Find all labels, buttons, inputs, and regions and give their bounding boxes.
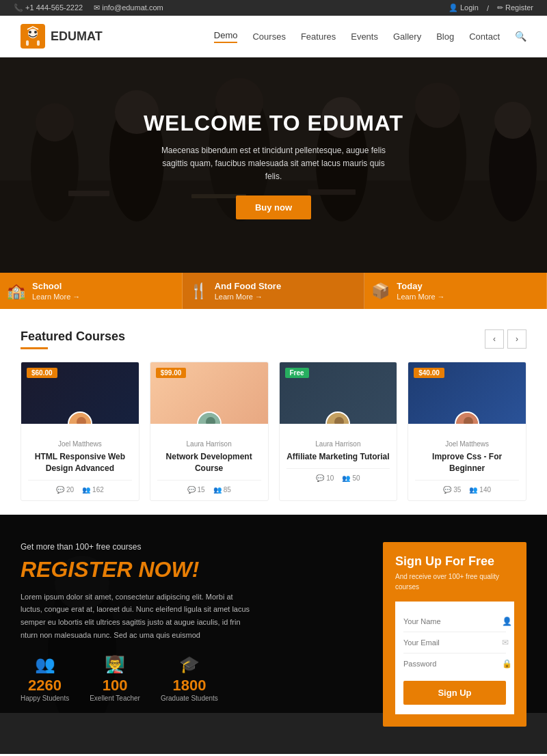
name-field[interactable]: 👤	[403, 611, 506, 632]
svg-rect-4	[26, 40, 29, 46]
course-image-2: $99.00	[150, 362, 268, 424]
signup-button[interactable]: Sign Up	[403, 681, 506, 705]
hero-title: WELCOME TO EDUMAT	[144, 111, 403, 136]
category-school[interactable]: 🏫 School Learn More →	[0, 273, 183, 309]
svg-point-8	[31, 112, 79, 221]
next-arrow[interactable]: ›	[507, 329, 526, 349]
email-field[interactable]: ✉	[403, 632, 506, 653]
phone-number: 📞 +1 444-565-2222	[14, 3, 83, 12]
cat-food-title: And Food Store	[215, 281, 282, 291]
course-image-1: $60.00	[21, 362, 139, 424]
course-card-3[interactable]: Free Laura Harrison Affiliate Marketing …	[279, 362, 398, 501]
course-body-2: Laura Harrison Network Development Cours…	[150, 424, 268, 500]
user-field-icon: 👤	[502, 617, 512, 626]
cat-food-link[interactable]: Learn More →	[215, 293, 282, 301]
section-header: Featured Courses ‹ ›	[21, 329, 526, 349]
course-comments-3: 💬 10	[316, 474, 334, 482]
svg-rect-20	[68, 191, 109, 196]
search-icon[interactable]: 🔍	[515, 31, 526, 42]
course-author-1: Joel Matthews	[28, 440, 132, 448]
svg-rect-5	[37, 40, 40, 46]
course-meta-2: 💬 15 👥 85	[157, 480, 261, 494]
food-icon: 🍴	[189, 282, 208, 300]
email-input[interactable]	[403, 638, 498, 647]
password-field[interactable]: 🔒	[403, 653, 506, 674]
topbar-right: 👤 Login / ✏ Register	[449, 3, 533, 12]
cat-today-link[interactable]: Learn More →	[397, 293, 444, 301]
category-food[interactable]: 🍴 And Food Store Learn More →	[183, 273, 365, 309]
stat-teachers-label: Exellent Teacher	[90, 694, 140, 702]
stat-graduates-number: 1800	[161, 677, 218, 694]
graduates-icon: 🎓	[161, 655, 218, 674]
course-name-4: Improve Css - For Beginner	[415, 451, 519, 474]
course-name-1: HTML Responsive Web Design Advanced	[28, 451, 132, 474]
logo[interactable]: EDUMAT	[21, 24, 103, 49]
stat-students-number: 2260	[21, 677, 69, 694]
topbar-left: 📞 +1 444-565-2222 ✉ info@edumat.com	[14, 3, 163, 12]
course-meta-4: 💬 35 👥 140	[415, 480, 519, 494]
title-underline	[21, 347, 48, 349]
cat-school-link[interactable]: Learn More →	[32, 293, 80, 301]
buy-now-button[interactable]: Buy now	[236, 195, 311, 219]
course-card-2[interactable]: $99.00 Laura Harrison Network Developmen…	[150, 362, 269, 501]
svg-point-2	[29, 31, 31, 33]
students-icon: 👥	[21, 655, 69, 674]
svg-point-3	[34, 31, 37, 33]
course-author-3: Laura Harrison	[286, 440, 390, 448]
register-stats: 👥 2260 Happy Students 👨‍🏫 100 Exellent T…	[21, 655, 362, 702]
stat-students-label: Happy Students	[21, 694, 69, 702]
logo-icon	[21, 24, 45, 49]
course-body-1: Joel Matthews HTML Responsive Web Design…	[21, 424, 139, 500]
navbar: EDUMAT Demo Courses Features Events Gall…	[0, 16, 547, 57]
course-comments-2: 💬 15	[187, 486, 205, 494]
course-students-4: 👥 140	[469, 486, 491, 494]
signup-panel: Sign Up For Free And receive over 100+ f…	[383, 542, 526, 727]
course-card-1[interactable]: $60.00 Joel Matthews HTML Responsive Web…	[21, 362, 139, 501]
hero-content: WELCOME TO EDUMAT Maecenas bibendum est …	[144, 111, 403, 220]
course-badge-4: $40.00	[414, 368, 444, 378]
course-name-3: Affiliate Marketing Tutorial	[286, 451, 390, 463]
course-meta-1: 💬 20 👥 162	[28, 480, 132, 494]
svg-point-17	[415, 83, 460, 128]
hero-section: WELCOME TO EDUMAT Maecenas bibendum est …	[0, 57, 547, 273]
email-address: ✉ info@edumat.com	[94, 3, 163, 12]
login-link[interactable]: 👤 Login	[449, 3, 479, 12]
course-comments-4: 💬 35	[443, 486, 461, 494]
password-input[interactable]	[403, 660, 498, 668]
name-input[interactable]	[403, 617, 498, 625]
nav-link-contact[interactable]: Contact	[469, 31, 500, 42]
cat-today-title: Today	[397, 281, 444, 291]
nav-link-features[interactable]: Features	[301, 31, 336, 42]
course-badge-2: $99.00	[156, 368, 187, 378]
nav-links: Demo Courses Features Events Gallery Blo…	[214, 30, 526, 43]
category-bar: 🏫 School Learn More → 🍴 And Food Store L…	[0, 273, 547, 309]
nav-link-events[interactable]: Events	[351, 31, 378, 42]
prev-arrow[interactable]: ‹	[485, 329, 504, 349]
register-description: Lorem ipsum dolor sit amet, consectetur …	[21, 591, 253, 642]
svg-point-19	[494, 102, 531, 139]
hero-subtitle: Maecenas bibendum est et tincidunt pelle…	[157, 144, 390, 184]
nav-link-demo[interactable]: Demo	[214, 30, 238, 43]
stat-teachers-number: 100	[90, 677, 140, 694]
nav-link-blog[interactable]: Blog	[436, 31, 454, 42]
register-link[interactable]: ✏ Register	[497, 3, 533, 12]
category-today[interactable]: 📦 Today Learn More →	[364, 273, 547, 309]
course-image-4: $40.00	[408, 362, 526, 424]
signup-title: Sign Up For Free	[395, 554, 514, 569]
register-tag: Get more than 100+ free courses	[21, 542, 362, 552]
stat-teachers: 👨‍🏫 100 Exellent Teacher	[90, 655, 140, 702]
password-field-icon: 🔒	[502, 659, 512, 669]
featured-courses-section: Featured Courses ‹ › $60.00	[0, 309, 547, 515]
today-icon: 📦	[371, 282, 390, 300]
teachers-icon: 👨‍🏫	[90, 655, 140, 674]
courses-grid: $60.00 Joel Matthews HTML Responsive Web…	[21, 362, 526, 501]
register-section: Get more than 100+ free courses REGISTER…	[0, 515, 547, 754]
course-badge-3: Free	[285, 368, 309, 378]
course-meta-3: 💬 10 👥 50	[286, 468, 390, 482]
email-field-icon: ✉	[502, 638, 509, 647]
course-author-2: Laura Harrison	[157, 440, 261, 448]
course-card-4[interactable]: $40.00 Joel Matthews Improve Css - For B…	[408, 362, 526, 501]
register-left: Get more than 100+ free courses REGISTER…	[21, 542, 362, 703]
nav-link-courses[interactable]: Courses	[252, 31, 285, 42]
nav-link-gallery[interactable]: Gallery	[393, 31, 421, 42]
